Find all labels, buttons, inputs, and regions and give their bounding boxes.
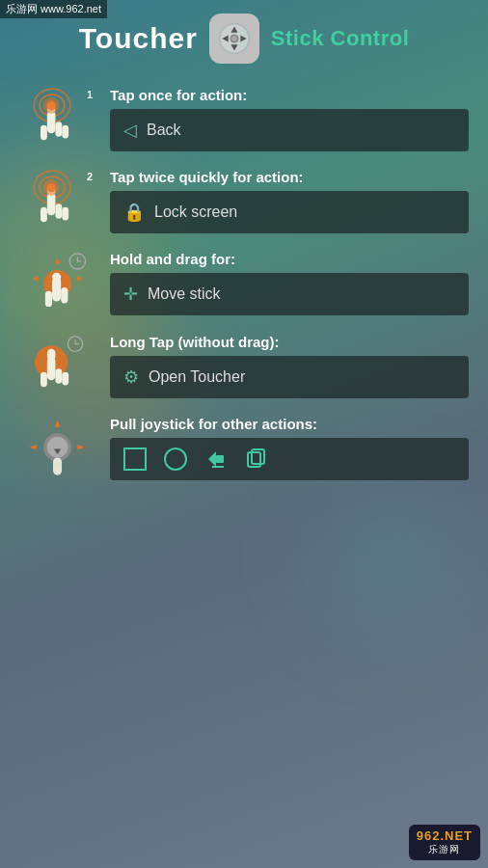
main-content: 1 Tap once for action: ◁ Back	[0, 77, 488, 508]
action-row-hold-drag: Hold and drag for: ✛ Move stick	[19, 251, 469, 316]
pull-label: Pull joystick for other actions:	[110, 416, 469, 432]
tap-twice-icon-area: 2	[19, 169, 96, 231]
hold-drag-icon-area	[19, 251, 96, 316]
back-icon: ◁	[123, 120, 137, 141]
tap-once-icon-area: 1	[19, 87, 96, 149]
svg-marker-47	[55, 420, 60, 427]
pull-icon-recents[interactable]	[245, 448, 268, 471]
settings-icon: ⚙	[123, 366, 139, 388]
pull-details: Pull joystick for other actions:	[110, 416, 469, 480]
svg-rect-46	[47, 349, 56, 361]
svg-rect-10	[47, 110, 56, 133]
tap-once-btn-text: Back	[147, 122, 181, 139]
svg-rect-36	[61, 287, 68, 303]
watermark: 乐游网 www.962.net	[0, 0, 107, 18]
pull-icon-circle[interactable]	[164, 448, 187, 471]
action-row-tap-twice: 2 Tap twice quickly for action: 🔒 Lock s…	[19, 169, 469, 233]
tap-twice-label: Tap twice quickly for action:	[110, 169, 469, 185]
svg-rect-42	[47, 357, 56, 380]
svg-rect-56	[216, 455, 224, 463]
app-title-left: Toucher	[79, 22, 198, 55]
long-tap-btn[interactable]: ⚙ Open Toucher	[110, 356, 469, 398]
pull-icon-square[interactable]	[123, 448, 147, 471]
svg-rect-35	[45, 291, 52, 307]
hold-drag-btn[interactable]: ✛ Move stick	[110, 273, 469, 315]
long-tap-icon-area	[19, 334, 96, 396]
tap-twice-details: Tap twice quickly for action: 🔒 Lock scr…	[110, 169, 469, 233]
pull-icon-area	[19, 416, 96, 481]
svg-point-7	[231, 36, 236, 41]
tap-once-details: Tap once for action: ◁ Back	[110, 87, 469, 151]
svg-rect-54	[53, 458, 62, 475]
move-icon: ✛	[123, 284, 138, 305]
logo-badge: 962.NET 乐游网	[409, 825, 480, 860]
long-tap-btn-text: Open Toucher	[149, 368, 245, 386]
tap-once-num: 1	[87, 89, 93, 100]
svg-marker-32	[76, 276, 82, 281]
tap-once-label: Tap once for action:	[110, 87, 469, 103]
svg-rect-43	[41, 372, 47, 387]
tap-twice-btn-text: Lock screen	[154, 203, 237, 221]
long-tap-label: Long Tap (without drag):	[110, 334, 469, 350]
svg-rect-13	[62, 125, 68, 139]
svg-rect-22	[62, 207, 68, 221]
logo-badge-bottom: 乐游网	[428, 843, 460, 856]
svg-rect-12	[55, 122, 62, 136]
svg-marker-31	[32, 276, 38, 281]
long-tap-details: Long Tap (without drag): ⚙ Open Toucher	[110, 334, 469, 398]
svg-rect-11	[41, 125, 47, 140]
action-row-tap-once: 1 Tap once for action: ◁ Back	[19, 87, 469, 151]
tap-twice-num: 2	[87, 171, 93, 182]
svg-point-16	[46, 100, 56, 110]
svg-marker-29	[55, 258, 60, 263]
svg-rect-45	[62, 372, 68, 386]
svg-point-52	[47, 437, 68, 458]
hold-drag-details: Hold and drag for: ✛ Move stick	[110, 251, 469, 315]
svg-marker-50	[77, 445, 84, 449]
logo-badge-top: 962.NET	[417, 828, 473, 843]
svg-marker-55	[208, 451, 216, 467]
app-title-right: Stick Control	[271, 26, 409, 51]
tap-once-btn[interactable]: ◁ Back	[110, 109, 469, 151]
svg-rect-19	[47, 192, 56, 215]
svg-rect-20	[41, 207, 47, 222]
svg-rect-44	[55, 368, 62, 383]
svg-rect-21	[55, 203, 62, 218]
hold-drag-btn-text: Move stick	[148, 285, 221, 303]
pull-action-icons	[110, 438, 469, 480]
lock-icon: 🔒	[123, 202, 145, 223]
action-row-long-tap: Long Tap (without drag): ⚙ Open Toucher	[19, 334, 469, 398]
pull-icon-back[interactable]	[204, 448, 228, 471]
action-row-pull: Pull joystick for other actions:	[19, 416, 469, 481]
svg-marker-49	[30, 445, 37, 449]
svg-point-25	[46, 182, 56, 192]
tap-twice-btn[interactable]: 🔒 Lock screen	[110, 191, 469, 233]
svg-rect-37	[52, 273, 61, 282]
app-logo-icon	[209, 14, 259, 64]
hold-drag-label: Hold and drag for:	[110, 251, 469, 267]
